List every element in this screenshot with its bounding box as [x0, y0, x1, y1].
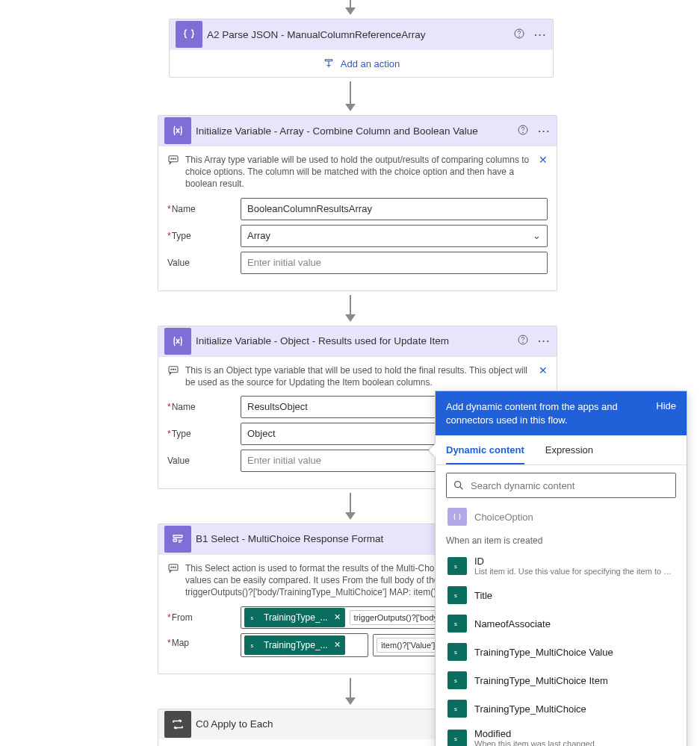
sharepoint-icon: s: [246, 638, 261, 653]
sharepoint-icon: s: [447, 730, 467, 746]
more-icon[interactable]: ···: [538, 125, 551, 137]
list-item[interactable]: ChoiceOption: [446, 506, 676, 531]
svg-text:s: s: [454, 563, 457, 570]
var-type-select[interactable]: Array ⌄: [241, 225, 548, 247]
close-icon[interactable]: ✕: [539, 154, 548, 166]
braces-icon: [176, 21, 202, 48]
svg-point-12: [523, 342, 524, 343]
search-input[interactable]: Search dynamic content: [446, 473, 676, 498]
var-icon: [164, 328, 191, 355]
svg-rect-25: [248, 612, 258, 623]
map-key-input[interactable]: s TrainingType_... ✕: [241, 633, 368, 657]
svg-text:s: s: [251, 642, 254, 647]
svg-point-8: [171, 158, 172, 159]
svg-point-32: [455, 482, 461, 488]
token-pill[interactable]: s TrainingType_... ✕: [244, 608, 345, 627]
panel-heading: Add dynamic content from the apps and co…: [446, 400, 648, 426]
svg-point-15: [173, 369, 173, 370]
select-icon: [164, 526, 191, 553]
add-action-button[interactable]: Add an action: [170, 49, 553, 77]
map-expression: item()?['Value']: [377, 638, 439, 653]
svg-rect-27: [248, 640, 258, 650]
card-description: This Array type variable will be used to…: [185, 154, 533, 190]
sharepoint-icon: s: [447, 643, 467, 661]
list-item-multichoice-item[interactable]: s TrainingType_MultiChoice Item: [446, 666, 676, 694]
dynamic-content-panel: Add dynamic content from the apps and co…: [435, 391, 687, 746]
card-a2-header[interactable]: A2 Parse JSON - ManualColumnReferenceArr…: [170, 19, 553, 49]
svg-rect-18: [173, 539, 177, 541]
help-icon[interactable]: [513, 28, 525, 42]
svg-text:s: s: [251, 615, 254, 620]
svg-point-10: [175, 158, 176, 159]
card-title: A2 Parse JSON - ManualColumnReferenceArr…: [202, 29, 513, 40]
svg-point-23: [173, 567, 173, 568]
list-item[interactable]: s Modified When this item was last chang…: [446, 723, 676, 746]
token-pill[interactable]: s TrainingType_... ✕: [244, 635, 345, 655]
var-value-input[interactable]: Enter initial value: [241, 252, 548, 274]
group-header: When an item is created: [446, 531, 676, 550]
close-icon[interactable]: ✕: [539, 364, 548, 376]
list-item[interactable]: s NameofAssociate: [446, 609, 676, 638]
card-title: Initialize Variable - Array - Combine Co…: [191, 125, 517, 137]
dynamic-content-list[interactable]: ChoiceOption When an item is created s I…: [436, 506, 687, 746]
tab-expression[interactable]: Expression: [545, 435, 593, 464]
more-icon[interactable]: ···: [534, 29, 547, 40]
tab-dynamic-content[interactable]: Dynamic content: [446, 435, 524, 464]
card-description: This is an Object type variable that wil…: [185, 364, 533, 388]
svg-text:s: s: [454, 649, 457, 656]
loop-icon: [164, 711, 191, 738]
sharepoint-icon: s: [447, 700, 467, 718]
card-title: Initialize Variable - Object - Results u…: [191, 335, 517, 346]
more-icon[interactable]: ···: [538, 335, 551, 346]
list-item[interactable]: s ID List item id. Use this value for sp…: [446, 550, 676, 581]
card-init-object-header[interactable]: Initialize Variable - Object - Results u…: [158, 326, 557, 356]
var-name-input[interactable]: BooleanColumnResultsArray: [241, 198, 548, 220]
svg-line-33: [460, 487, 462, 489]
pill-remove[interactable]: ✕: [334, 640, 341, 650]
card-init-array-header[interactable]: Initialize Variable - Array - Combine Co…: [158, 116, 557, 146]
comment-icon: [167, 154, 179, 168]
sharepoint-icon: s: [447, 671, 467, 689]
comment-icon: [167, 364, 179, 379]
var-icon: [447, 508, 467, 526]
comment-icon: [167, 562, 179, 576]
hide-button[interactable]: Hide: [656, 400, 676, 411]
list-item[interactable]: s Title: [446, 581, 676, 609]
var-icon: [164, 117, 191, 144]
pill-remove[interactable]: ✕: [334, 612, 341, 622]
svg-text:s: s: [454, 706, 457, 712]
svg-text:s: s: [454, 592, 457, 599]
svg-point-14: [171, 369, 172, 370]
sharepoint-icon: s: [447, 586, 467, 604]
sharepoint-icon: s: [447, 615, 467, 632]
help-icon[interactable]: [517, 124, 529, 138]
svg-point-16: [175, 369, 176, 370]
svg-point-22: [171, 567, 172, 568]
svg-text:s: s: [454, 621, 457, 627]
svg-rect-2: [325, 60, 332, 61]
svg-point-9: [173, 158, 173, 159]
svg-point-1: [519, 35, 520, 36]
svg-text:s: s: [454, 677, 457, 684]
search-icon: [453, 479, 465, 491]
sharepoint-icon: s: [447, 557, 467, 575]
svg-point-6: [523, 131, 524, 132]
help-icon[interactable]: [517, 334, 529, 348]
chevron-down-icon: ⌄: [533, 230, 541, 241]
svg-text:s: s: [454, 736, 457, 742]
sharepoint-icon: s: [246, 610, 261, 625]
list-item-multichoice[interactable]: s TrainingType_MultiChoice: [446, 694, 676, 723]
svg-point-24: [175, 567, 176, 568]
list-item-multichoice-value[interactable]: s TrainingType_MultiChoice Value: [446, 638, 676, 666]
svg-rect-17: [173, 535, 182, 538]
